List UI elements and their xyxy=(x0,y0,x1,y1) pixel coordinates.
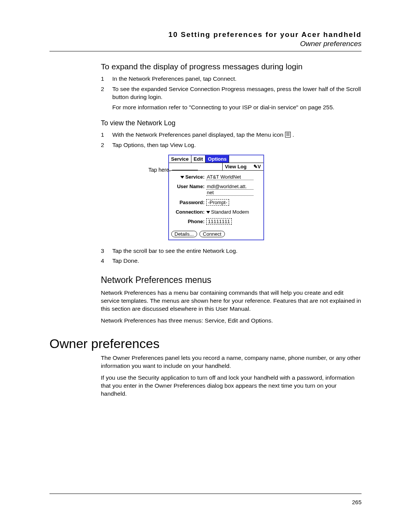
heading-owner: Owner preferences xyxy=(49,336,362,351)
page-number: 265 xyxy=(352,499,362,505)
step-number: 2 xyxy=(101,141,112,149)
field-password: Password: -Prompt- xyxy=(169,198,263,206)
field-connection: Connection: Standard Modem xyxy=(169,208,263,215)
list-item: 2 Tap Options, then tap View Log. xyxy=(101,141,362,149)
running-head: 10 Setting preferences for your Acer han… xyxy=(49,30,362,39)
field-label: Password: xyxy=(171,200,206,205)
page-header: 10 Setting preferences for your Acer han… xyxy=(49,30,362,48)
field-label: User Name: xyxy=(171,184,206,189)
menu-edit[interactable]: Edit xyxy=(191,155,206,163)
details-button[interactable]: Details... xyxy=(171,231,198,237)
header-rule xyxy=(49,51,362,51)
callout-label: Tap here. xyxy=(148,167,170,173)
menu-bar: Service Edit Options xyxy=(169,155,263,163)
password-value[interactable]: -Prompt- xyxy=(206,199,229,206)
step-number: 4 xyxy=(101,257,112,265)
field-username: User Name: mdl@worldnet.att. net xyxy=(169,182,263,196)
steps-viewlog-b: 3 Tap the scroll bar to see the entire N… xyxy=(101,247,362,265)
connection-value[interactable]: Standard Modem xyxy=(206,209,249,215)
step-text: To see the expanded Service Connection P… xyxy=(112,85,362,101)
device-screenshot: Service Edit Options View Log ✎V Service… xyxy=(168,155,264,240)
footer-rule xyxy=(49,494,362,494)
field-label: Service: xyxy=(171,174,206,180)
heading-menus: Network Preferences menus xyxy=(101,275,362,285)
figure-network-prefs: Tap here. Service Edit Options View Log … xyxy=(70,155,362,240)
menu-icon xyxy=(285,132,291,137)
menu-service[interactable]: Service xyxy=(169,155,191,163)
paragraph: If you use the Security application to t… xyxy=(101,374,362,398)
paragraph: The Owner Preferences panel lets you rec… xyxy=(101,354,362,370)
running-subhead: Owner preferences xyxy=(49,40,362,48)
field-phone: Phone: 11111111 xyxy=(169,217,263,225)
button-row: Details... Connect xyxy=(169,225,263,240)
paragraph: Network Preferences has a menu bar conta… xyxy=(101,289,362,313)
steps-viewlog-a: 1 With the Network Preferences panel dis… xyxy=(101,131,362,149)
list-item: 3 Tap the scroll bar to see the entire N… xyxy=(101,247,362,255)
field-service: Service: AT&T WorldNet xyxy=(169,173,263,180)
step-text: In the Network Preferences panel, tap Co… xyxy=(112,75,237,83)
step-text: Tap the scroll bar to see the entire Net… xyxy=(112,247,237,255)
menu-options[interactable]: Options xyxy=(206,155,229,163)
connect-button[interactable]: Connect xyxy=(199,231,225,237)
step-text: With the Network Preferences panel displ… xyxy=(112,131,294,139)
submenu-viewlog[interactable]: View Log ✎V xyxy=(222,163,263,170)
dropdown-icon[interactable] xyxy=(206,211,210,214)
field-label: Phone: xyxy=(171,219,206,224)
step-text: Tap Options, then tap View Log. xyxy=(112,141,196,149)
service-value[interactable]: AT&T WorldNet xyxy=(206,174,253,180)
step-number: 3 xyxy=(101,247,112,255)
field-label: Connection: xyxy=(171,209,206,215)
steps-expand: 1 In the Network Preferences panel, tap … xyxy=(101,75,362,112)
step-number: 1 xyxy=(101,131,112,139)
step-number: 2 xyxy=(101,85,112,112)
content-area: To expand the display of progress messag… xyxy=(49,62,362,398)
list-item: 4 Tap Done. xyxy=(101,257,362,265)
page: 10 Setting preferences for your Acer han… xyxy=(0,0,411,532)
heading-expand: To expand the display of progress messag… xyxy=(101,62,362,71)
username-value[interactable]: mdl@worldnet.att. net xyxy=(206,184,253,196)
submenu-label: View Log xyxy=(225,164,247,169)
step-body: To see the expanded Service Connection P… xyxy=(112,85,362,112)
submenu-row: View Log ✎V xyxy=(169,163,263,171)
step-number: 1 xyxy=(101,75,112,83)
paragraph: Network Preferences has three menus: Ser… xyxy=(101,317,362,325)
list-item: 2 To see the expanded Service Connection… xyxy=(101,85,362,112)
dropdown-icon[interactable] xyxy=(180,176,184,179)
step-text: For more information refer to "Connectin… xyxy=(112,104,362,112)
list-item: 1 In the Network Preferences panel, tap … xyxy=(101,75,362,83)
callout-line xyxy=(172,170,198,170)
list-item: 1 With the Network Preferences panel dis… xyxy=(101,131,362,139)
heading-viewlog: To view the Network Log xyxy=(101,119,362,127)
submenu-shortcut: ✎V xyxy=(253,164,261,169)
phone-value[interactable]: 11111111 xyxy=(206,218,232,225)
step-text: Tap Done. xyxy=(112,257,139,265)
